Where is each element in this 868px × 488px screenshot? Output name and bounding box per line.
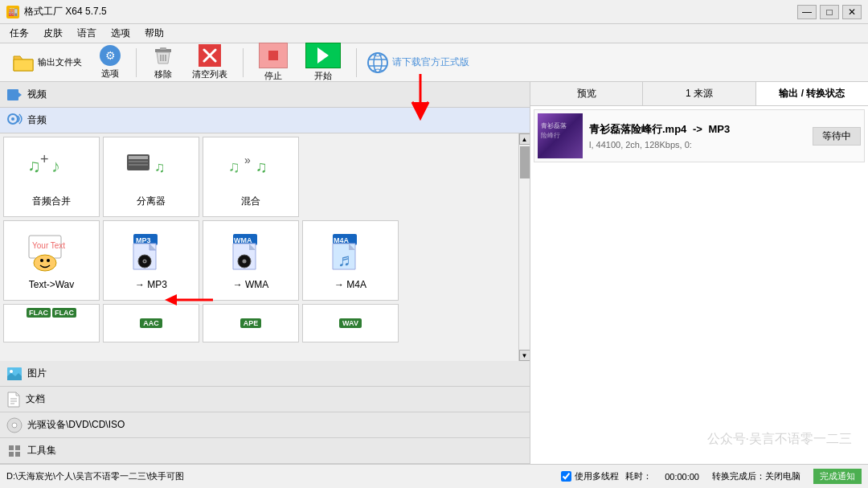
right-panel: 预览 1 来源 输出 / 转换状态	[530, 82, 868, 464]
svg-text:青衫磊落: 青衫磊落	[541, 122, 567, 129]
to-m4a-icon: M4A ♬	[325, 231, 376, 276]
mix-icon: ♫ » ♫	[225, 146, 276, 191]
text-wav-label: Text->Wav	[29, 279, 75, 290]
file-thumbnail: 青衫磊落 险峰行	[538, 113, 583, 158]
remove-button[interactable]: 移除	[146, 42, 180, 83]
start-button[interactable]: 开始	[300, 40, 346, 84]
to-flac-icon: FLAC FLAC	[27, 308, 76, 318]
svg-point-33	[40, 259, 43, 262]
menu-task[interactable]: 任务	[3, 25, 35, 42]
tab-preview[interactable]: 预览	[530, 82, 643, 105]
app-icon: 🏭	[6, 6, 19, 18]
right-tabs: 预览 1 来源 输出 / 转换状态	[530, 82, 868, 106]
toolbar-divider-1	[136, 48, 137, 77]
scroll-thumb[interactable]	[520, 146, 530, 178]
ape-badge: APE	[240, 318, 262, 328]
maximize-button[interactable]: □	[820, 5, 839, 19]
menu-skin[interactable]: 皮肤	[37, 25, 69, 42]
svg-text:Your Text: Your Text	[32, 241, 65, 250]
to-m4a-item[interactable]: M4A ♬ → M4A	[302, 220, 399, 301]
tab-source[interactable]: 1 来源	[643, 82, 755, 105]
download-label: 请下载官方正式版	[392, 55, 469, 69]
to-ape-item[interactable]: APE	[203, 304, 299, 342]
svg-point-53	[12, 423, 17, 428]
title-bar-left: 🏭 格式工厂 X64 5.7.5	[6, 5, 107, 18]
category-tools[interactable]: 工具集	[0, 438, 530, 464]
to-wma-icon: WMA	[225, 231, 276, 276]
to-aac-item[interactable]: AAC	[103, 304, 199, 342]
separator-icon: ♫	[125, 146, 177, 191]
file-status: 等待中	[813, 127, 861, 146]
minimize-button[interactable]: —	[797, 5, 817, 19]
multithread-label: 使用多线程	[575, 470, 619, 482]
file-meta: l, 44100, 2ch, 128Kbps, 0:	[589, 140, 806, 150]
audio-grid-scroll[interactable]: ♫ + ♪ 音频合并	[0, 133, 518, 361]
clear-icon	[199, 44, 221, 67]
separator-item[interactable]: ♫ 分离器	[103, 137, 199, 217]
status-info: 耗时： 00:00:00 转换完成后：关闭电脑 完成通知	[625, 469, 862, 484]
grid-row-1: ♫ + ♪ 音频合并	[3, 137, 515, 217]
stop-button[interactable]: 停止	[253, 40, 293, 84]
start-icon	[305, 43, 341, 68]
option-label: 选项	[101, 68, 119, 80]
to-flac-item[interactable]: FLAC FLAC	[3, 304, 100, 342]
to-wav-item[interactable]: WAV	[302, 304, 399, 342]
menu-help[interactable]: 帮助	[138, 25, 170, 42]
multithread-checkbox-container[interactable]: 使用多线程	[561, 470, 619, 482]
svg-text:»: »	[244, 154, 251, 166]
left-panel: 视频 音频	[0, 82, 530, 464]
category-document[interactable]: 文档	[0, 387, 530, 412]
output-folder-button[interactable]: 输出文件夹	[6, 51, 88, 75]
svg-text:♪: ♪	[51, 156, 60, 176]
option-button[interactable]: ⚙ 选项	[94, 43, 126, 82]
flac-badge: FLAC	[27, 308, 51, 318]
svg-text:♫: ♫	[154, 159, 166, 175]
time-value: 00:00:00	[665, 472, 699, 482]
svg-point-32	[34, 255, 56, 271]
status-path: D:\天海宸光\个人\吴言不语零一二三\快手可图	[6, 470, 555, 482]
close-button[interactable]: ✕	[842, 5, 862, 19]
mix-item[interactable]: ♫ » ♫ 混合	[203, 137, 299, 217]
status-bar: D:\天海宸光\个人\吴言不语零一二三\快手可图 使用多线程 耗时： 00:00…	[0, 464, 868, 488]
grid-scrollbar[interactable]: ▲ ▼	[518, 133, 530, 361]
toolbar-divider-2	[243, 48, 244, 77]
tab-output[interactable]: 输出 / 转换状态	[756, 82, 868, 105]
clear-list-button[interactable]: 清空列表	[186, 42, 233, 83]
category-video[interactable]: 视频	[0, 82, 530, 108]
category-tools-label: 工具集	[27, 444, 56, 457]
to-wma-item[interactable]: WMA → WMA	[203, 220, 299, 301]
multithread-checkbox[interactable]	[561, 471, 571, 482]
audio-combine-item[interactable]: ♫ + ♪ 音频合并	[3, 137, 100, 217]
to-mp3-icon: MP3	[125, 231, 177, 276]
svg-text:险峰行: 险峰行	[541, 132, 560, 139]
category-optical[interactable]: 光驱设备\DVD\CD\ISO	[0, 412, 530, 438]
svg-rect-10	[268, 51, 278, 60]
to-mp3-item[interactable]: MP3	[103, 220, 199, 301]
title-bar: 🏭 格式工厂 X64 5.7.5 — □ ✕	[0, 0, 868, 24]
menu-language[interactable]: 语言	[71, 25, 103, 42]
category-image-label: 图片	[27, 367, 47, 380]
svg-rect-55	[15, 445, 20, 450]
notify-button[interactable]: 完成通知	[813, 469, 862, 484]
svg-rect-54	[9, 445, 14, 450]
category-image[interactable]: 图片	[0, 361, 530, 387]
stop-label: 停止	[264, 70, 282, 82]
file-meta-text: l, 44100, 2ch, 128Kbps, 0:	[589, 140, 692, 150]
menu-options[interactable]: 选项	[104, 25, 137, 42]
category-audio[interactable]: 音频	[0, 108, 530, 133]
scroll-up-arrow[interactable]: ▲	[519, 133, 530, 145]
file-item[interactable]: 青衫磊落 险峰行 青衫磊落险峰行.mp4 -> MP3 l, 44100, 2c…	[534, 109, 865, 162]
clear-list-label: 清空列表	[192, 68, 227, 80]
to-mp3-label: → MP3	[135, 279, 167, 290]
file-name-line: 青衫磊落险峰行.mp4 -> MP3	[589, 122, 806, 137]
time-label: 耗时：	[625, 470, 652, 482]
mix-label: 混合	[241, 195, 260, 208]
download-link[interactable]: 请下载官方正式版	[366, 51, 469, 74]
image-icon	[6, 367, 23, 381]
optical-icon	[6, 417, 23, 433]
folder-icon	[12, 53, 35, 72]
file-list: 青衫磊落 险峰行 青衫磊落险峰行.mp4 -> MP3 l, 44100, 2c…	[530, 106, 868, 464]
video-icon	[6, 87, 23, 103]
text-wav-item[interactable]: Your Text Text->Wav	[3, 220, 100, 301]
scroll-down-arrow[interactable]: ▼	[519, 350, 530, 361]
